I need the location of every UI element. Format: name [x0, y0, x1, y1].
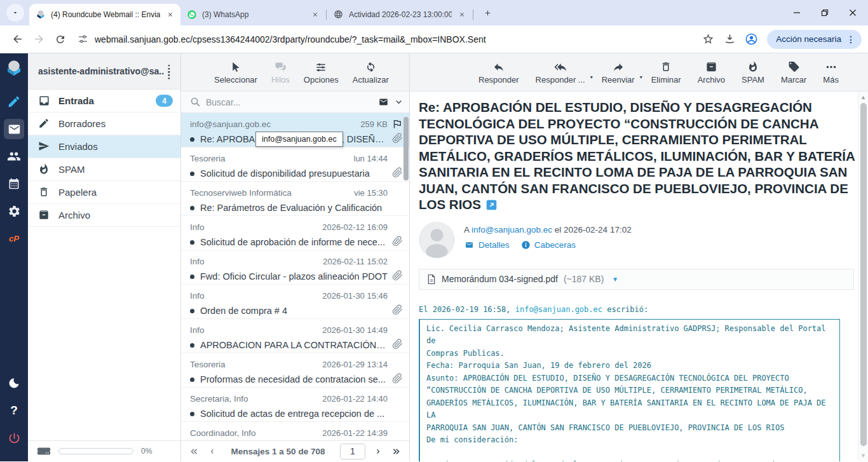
storage-percent: 0% — [141, 447, 152, 456]
message-list-item[interactable]: Tesoreria 2026-01-29 13:14 Proformas de … — [181, 353, 409, 388]
new-tab-button[interactable] — [479, 4, 496, 21]
contacts-icon[interactable] — [4, 146, 24, 166]
window-minimize-button[interactable] — [792, 8, 802, 18]
flame-icon — [38, 163, 50, 175]
archive-button[interactable]: Archivo — [693, 60, 730, 85]
message-list-item[interactable]: Info 2026-01-30 14:49 APROBACION PARA LA… — [181, 319, 409, 353]
reload-icon[interactable] — [50, 29, 71, 50]
message-list-item[interactable]: Info 2026-02-11 15:02 Fwd: Oficio Circul… — [181, 250, 409, 285]
browser-menu-icon[interactable]: ⋮ — [846, 34, 855, 44]
more-button[interactable]: Más — [818, 60, 844, 85]
scroll-up-icon[interactable]: ▲ — [860, 94, 866, 100]
headers-link[interactable]: Cabeceras — [521, 240, 576, 250]
window-restore-button[interactable] — [820, 8, 830, 18]
attachment-row[interactable]: Memorándum 034-signed.pdf (~187 KB) ▼ — [419, 269, 854, 290]
search-scope-mail-icon[interactable] — [377, 97, 390, 107]
message-list-item[interactable]: Info 2026-02-12 16:09 Solicitud de aprob… — [181, 216, 409, 250]
message-subject: Re: Parámetros de Evaluación y Calificac… — [200, 203, 388, 213]
forward-button[interactable]: Reenviar ▾ — [597, 60, 640, 85]
downloads-icon[interactable] — [719, 29, 740, 50]
url-text: webmail.sanjuan.gob.ec/cpsess1364244002/… — [95, 34, 486, 44]
message-status-dot[interactable] — [190, 240, 194, 245]
folder-enviados[interactable]: Enviados — [28, 135, 180, 158]
quoted-sender-link[interactable]: info@sanjuan.gob.ec — [515, 305, 602, 314]
attachment-dropdown-icon[interactable]: ▼ — [612, 276, 618, 283]
message-status-dot[interactable] — [190, 275, 194, 279]
folder-entrada[interactable]: Entrada 4 — [28, 90, 180, 112]
storage-footer: 0% — [28, 440, 180, 461]
folder-papelera[interactable]: Papelera — [28, 181, 180, 204]
forward-dropdown-icon[interactable]: ▾ — [640, 74, 642, 80]
close-tab-icon[interactable] — [457, 10, 467, 20]
help-icon[interactable]: ? — [4, 400, 24, 421]
dark-mode-moon-icon[interactable] — [4, 373, 24, 393]
message-status-dot[interactable] — [190, 412, 194, 416]
refresh-button[interactable]: Actualizar — [348, 60, 394, 85]
browser-tab-roundcube[interactable]: (4) Roundcube Webmail :: Envia — [29, 4, 180, 25]
first-page-icon[interactable] — [189, 447, 200, 456]
tab-search-button[interactable] — [6, 4, 24, 22]
next-page-icon[interactable] — [374, 447, 382, 456]
bookmark-star-icon[interactable] — [697, 29, 719, 50]
scroll-down-icon[interactable]: ▼ — [860, 452, 866, 459]
message-status-dot[interactable] — [190, 206, 194, 210]
action-needed-button[interactable]: Acción necesaria ⋮ — [767, 30, 862, 49]
mark-button[interactable]: Marcar — [776, 60, 811, 85]
message-attachment-slot — [388, 167, 403, 180]
account-menu-icon[interactable]: ⋮⋮⋮ — [164, 67, 174, 76]
browser-tab-whatsapp[interactable]: (3) WhatsApp — [180, 4, 325, 25]
last-page-icon[interactable] — [391, 447, 402, 456]
close-tab-icon[interactable] — [165, 10, 175, 20]
message-list-item[interactable]: Tecnoserviweb Informática vie 15:30 Re: … — [181, 182, 409, 216]
message-status-dot[interactable] — [190, 137, 194, 142]
message-date: 2026-02-12 16:09 — [322, 222, 388, 232]
select-button[interactable]: Seleccionar — [209, 60, 262, 85]
message-status-dot[interactable] — [190, 343, 194, 348]
details-link[interactable]: Detalles — [464, 240, 510, 250]
threads-button[interactable]: Hilos — [266, 60, 295, 85]
message-status-dot[interactable] — [190, 377, 194, 382]
flag-icon[interactable] — [391, 118, 403, 130]
reply-button[interactable]: Responder — [473, 60, 524, 85]
search-options-chevron-icon[interactable] — [395, 98, 403, 106]
folder-borradores[interactable]: Borradores — [28, 112, 180, 135]
message-list-item[interactable]: Secretaria, Info 2026-01-22 14:40 Solici… — [181, 388, 409, 422]
logout-power-icon[interactable] — [4, 428, 24, 448]
previous-page-icon[interactable] — [208, 447, 216, 456]
message-flag-slot — [388, 221, 403, 233]
message-attachment-slot — [388, 373, 403, 386]
forward-icon[interactable] — [28, 29, 50, 50]
message-status-dot[interactable] — [190, 172, 194, 176]
delete-button[interactable]: Eliminar — [646, 60, 686, 85]
search-input[interactable] — [206, 97, 372, 107]
page-number-input[interactable]: 1 — [340, 444, 365, 459]
folder-spam[interactable]: SPAM — [28, 158, 180, 181]
mail-scrollbar[interactable]: ▲ ▼ — [858, 92, 868, 461]
options-button[interactable]: Opciones — [299, 60, 344, 85]
reply-all-button[interactable]: Responder ... ▾ — [531, 60, 590, 85]
external-link-icon[interactable] — [486, 200, 497, 210]
message-list-item[interactable]: Info 2026-01-30 15:46 Orden de compra # … — [181, 285, 409, 319]
message-status-dot[interactable] — [190, 309, 194, 313]
avatar — [419, 222, 455, 258]
recipient-address-link[interactable]: info@sanjuan.gob.ec — [471, 225, 552, 234]
mail-nav-icon[interactable] — [4, 119, 24, 139]
settings-gear-icon[interactable] — [4, 201, 24, 221]
back-icon[interactable] — [6, 29, 28, 50]
mail-scrollbar-thumb[interactable] — [860, 103, 867, 446]
window-close-button[interactable] — [848, 8, 858, 18]
folder-archivo[interactable]: Archivo — [28, 204, 180, 227]
list-scrollbar-thumb[interactable] — [403, 117, 409, 180]
calendar-icon[interactable] — [4, 173, 24, 194]
spam-button[interactable]: SPAM — [736, 60, 770, 85]
browser-tab-actividad[interactable]: Actividad 2026-02-23 13:00:00 — [327, 4, 472, 25]
compose-icon[interactable] — [4, 92, 24, 112]
reply-all-dropdown-icon[interactable]: ▾ — [590, 74, 593, 80]
site-info-icon[interactable] — [78, 34, 88, 44]
url-field[interactable]: webmail.sanjuan.gob.ec/cpsess1364244002/… — [71, 29, 697, 50]
message-list-item[interactable]: Coordinador, Info 2026-01-22 14:39 — [181, 422, 409, 440]
cpanel-icon[interactable]: cP — [4, 228, 24, 248]
message-list-item[interactable]: Tesoreria lun 14:44 Solicitud de disponi… — [181, 147, 409, 182]
profile-icon[interactable] — [740, 29, 762, 50]
close-tab-icon[interactable] — [310, 10, 320, 20]
